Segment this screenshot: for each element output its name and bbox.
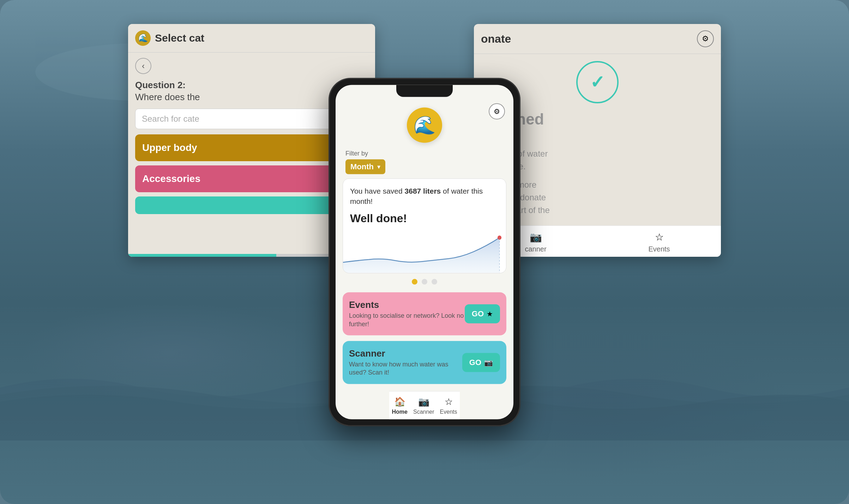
dot-2[interactable] — [422, 279, 427, 285]
phone-content: 🌊 Filter by Month ▾ You have saved 3687 … — [336, 85, 513, 419]
scanner-description: Want to know how much water was used? Sc… — [349, 360, 462, 377]
left-screen-title: Select cat — [155, 32, 204, 44]
phone-screen: ⚙ 🌊 Filter by Month ▾ — [336, 85, 513, 419]
events-title: Events — [349, 299, 465, 310]
stats-chart — [343, 231, 506, 273]
phone-settings-button[interactable]: ⚙ — [489, 103, 505, 119]
filter-section: Filter by Month ▾ — [336, 148, 513, 178]
filter-dropdown[interactable]: Month ▾ — [345, 159, 385, 174]
pagination-dots — [412, 273, 437, 290]
nav-item-events[interactable]: ☆ Events — [437, 391, 460, 419]
scanner-go-button[interactable]: GO 📷 — [462, 353, 500, 372]
phone-notch — [396, 85, 453, 97]
dot-3[interactable] — [432, 279, 437, 285]
main-phone: ⚙ 🌊 Filter by Month ▾ — [329, 78, 520, 425]
scanner-title: Scanner — [349, 348, 462, 359]
right-nav-events[interactable]: ☆ Events — [597, 226, 721, 257]
filter-label: Filter by — [345, 150, 504, 157]
left-app-logo: 🌊 — [135, 30, 151, 46]
dot-1[interactable] — [412, 279, 417, 285]
scanner-card: Scanner Want to know how much water was … — [343, 341, 506, 384]
stats-text: You have saved 3687 liters of water this… — [343, 178, 506, 209]
chevron-down-icon: ▾ — [377, 163, 380, 170]
bottom-navigation: 🏠 Home 📷 Scanner ☆ Events — [389, 391, 460, 419]
events-card: Events Looking to socialise or network? … — [343, 292, 506, 335]
right-gear-button[interactable]: ⚙ — [697, 30, 714, 47]
well-done-text: Well done! — [343, 209, 506, 231]
right-screen-title: onate — [481, 32, 511, 45]
events-description: Looking to socialise or network? Look no… — [349, 312, 465, 328]
filter-selected: Month — [350, 162, 374, 171]
checkmark-circle — [576, 61, 619, 103]
back-button[interactable]: ‹ — [135, 58, 151, 74]
nav-item-home[interactable]: 🏠 Home — [389, 391, 410, 419]
stats-card: You have saved 3687 liters of water this… — [343, 178, 506, 273]
phone-frame: ⚙ 🌊 Filter by Month ▾ — [329, 78, 520, 425]
nav-item-scanner[interactable]: 📷 Scanner — [410, 391, 437, 419]
events-go-button[interactable]: GO ★ — [465, 304, 500, 323]
phone-app-logo: 🌊 — [407, 107, 442, 142]
